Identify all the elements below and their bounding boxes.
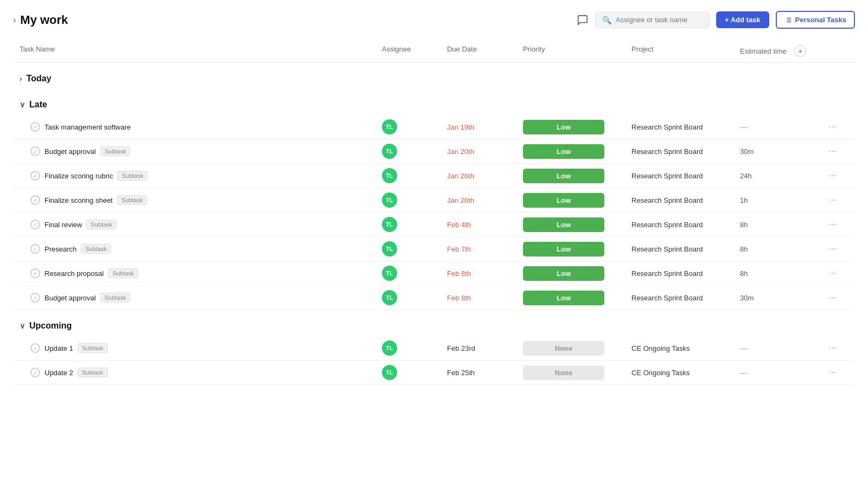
more-options-button[interactable]: ··· (827, 120, 838, 134)
project-name: Research Sprint Board (631, 245, 703, 253)
estimated-dash: — (740, 344, 748, 352)
more-options-button[interactable]: ··· (827, 193, 838, 207)
due-date-cell: Jan 19th (447, 123, 523, 131)
due-date-value: Feb 8th (447, 294, 471, 302)
more-options-button[interactable]: ··· (827, 291, 838, 305)
section-upcoming: ∨Upcoming ✓ Update 1 Subtask TL Feb 23rd… (13, 316, 855, 385)
task-name: Budget approval (44, 147, 96, 156)
task-checkbox[interactable]: ✓ (30, 122, 40, 132)
add-task-button[interactable]: + Add task (716, 11, 769, 28)
estimated-value: 8h (740, 221, 748, 229)
more-options-button[interactable]: ··· (827, 341, 838, 355)
header-right: 🔍 + Add task Personal Tasks (577, 11, 855, 29)
more-options-button[interactable]: ··· (827, 266, 838, 280)
more-options-button[interactable]: ··· (827, 144, 838, 158)
estimated-cell: 30m (740, 147, 827, 156)
page-title: My work (20, 13, 68, 27)
col-project: Project (631, 45, 740, 57)
task-checkbox[interactable]: ✓ (30, 368, 40, 377)
task-name: Finalize scoring sheet (44, 196, 113, 204)
task-checkbox[interactable]: ✓ (30, 268, 40, 278)
col-priority: Priority (523, 45, 631, 57)
priority-badge[interactable]: Low (523, 217, 604, 232)
table-row: ✓ Research proposal Subtask TL Feb 8th L… (13, 261, 855, 286)
project-name: Research Sprint Board (631, 294, 703, 302)
section-header-late[interactable]: ∨Late (13, 94, 855, 115)
priority-cell: Low (523, 120, 631, 134)
priority-cell: Low (523, 193, 631, 208)
avatar: TL (382, 168, 397, 183)
project-cell: CE Ongoing Tasks (631, 369, 740, 377)
subtask-badge: Subtask (86, 220, 117, 229)
actions-cell: ··· (827, 341, 848, 355)
personal-tasks-button[interactable]: Personal Tasks (776, 11, 855, 29)
section-header-today[interactable]: ›Today (13, 68, 855, 89)
priority-badge[interactable]: Low (523, 266, 604, 281)
actions-cell: ··· (827, 144, 848, 158)
due-date-value: Feb 4th (447, 221, 471, 229)
task-name-cell: ✓ Update 1 Subtask (30, 343, 382, 353)
priority-badge[interactable]: Low (523, 291, 604, 305)
priority-badge[interactable]: Low (523, 242, 604, 256)
estimated-value: 30m (740, 294, 754, 302)
section-late: ∨Late ✓ Task management software TL Jan … (13, 94, 855, 310)
table-row: ✓ Budget approval Subtask TL Jan 20th Lo… (13, 139, 855, 164)
task-checkbox[interactable]: ✓ (30, 343, 40, 353)
priority-badge[interactable]: Low (523, 169, 604, 183)
due-date-cell: Feb 8th (447, 269, 523, 278)
subtask-badge: Subtask (108, 268, 138, 278)
actions-cell: ··· (827, 242, 848, 256)
project-cell: Research Sprint Board (631, 221, 740, 229)
section-header-upcoming[interactable]: ∨Upcoming (13, 316, 855, 336)
task-checkbox[interactable]: ✓ (30, 146, 40, 156)
priority-badge[interactable]: Low (523, 144, 604, 159)
subtask-badge: Subtask (117, 195, 148, 205)
priority-cell: None (523, 365, 631, 380)
page-header: › My work 🔍 + Add task Personal Tasks (13, 11, 855, 29)
col-actions (827, 45, 848, 57)
priority-badge[interactable]: None (523, 365, 604, 380)
due-date-value: Jan 19th (447, 123, 474, 131)
avatar: TL (382, 119, 397, 134)
more-options-button[interactable]: ··· (827, 242, 838, 256)
add-column-button[interactable]: + (794, 45, 806, 57)
priority-badge[interactable]: None (523, 341, 604, 356)
due-date-value: Feb 25th (447, 369, 475, 377)
task-name-cell: ✓ Finalize scoring rubric Subtask (30, 171, 382, 181)
col-assignee: Assignee (382, 45, 447, 57)
due-date-cell: Jan 26th (447, 196, 523, 204)
task-checkbox[interactable]: ✓ (30, 195, 40, 205)
header-left: › My work (13, 13, 68, 27)
more-options-button[interactable]: ··· (827, 169, 838, 183)
actions-cell: ··· (827, 120, 848, 134)
subtask-badge: Subtask (78, 368, 108, 377)
table-row: ✓ Budget approval Subtask TL Feb 8th Low… (13, 286, 855, 310)
search-input[interactable] (616, 16, 703, 24)
actions-cell: ··· (827, 365, 848, 380)
task-checkbox[interactable]: ✓ (30, 293, 40, 303)
expand-icon[interactable]: › (13, 15, 16, 25)
estimated-cell: 8h (740, 269, 827, 278)
priority-badge[interactable]: Low (523, 120, 604, 134)
sections-container: ›Today∨Late ✓ Task management software T… (13, 68, 855, 385)
due-date-cell: Feb 25th (447, 369, 523, 377)
assignee-cell: TL (382, 192, 447, 208)
project-cell: Research Sprint Board (631, 123, 740, 131)
more-options-button[interactable]: ··· (827, 217, 838, 232)
task-name: Update 1 (44, 344, 73, 352)
col-due-date: Due Date (447, 45, 523, 57)
due-date-cell: Feb 4th (447, 221, 523, 229)
estimated-cell: 30m (740, 294, 827, 302)
task-checkbox[interactable]: ✓ (30, 220, 40, 229)
project-name: CE Ongoing Tasks (631, 344, 690, 352)
estimated-value: 8h (740, 245, 748, 253)
search-box[interactable]: 🔍 (595, 12, 710, 28)
priority-badge[interactable]: Low (523, 193, 604, 208)
estimated-cell: — (740, 368, 827, 377)
chat-button[interactable] (577, 14, 589, 26)
task-checkbox[interactable]: ✓ (30, 244, 40, 254)
project-name: Research Sprint Board (631, 147, 703, 156)
task-checkbox[interactable]: ✓ (30, 171, 40, 181)
estimated-dash: — (740, 368, 748, 377)
more-options-button[interactable]: ··· (827, 365, 838, 380)
